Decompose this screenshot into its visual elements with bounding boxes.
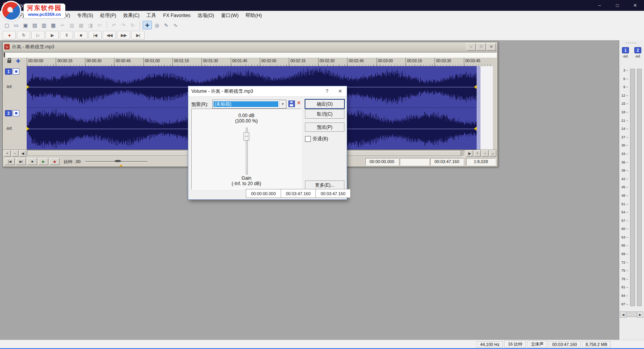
pb-play-icon[interactable]: ▶: [38, 158, 48, 165]
more-button[interactable]: 更多(E)...: [305, 180, 344, 190]
copy-icon[interactable]: ▧: [68, 21, 76, 29]
db-scale-label: 6: [620, 77, 628, 81]
cancel-button[interactable]: 取消(C): [305, 109, 344, 119]
new-file-icon[interactable]: ▢: [3, 21, 11, 29]
menu-window[interactable]: 窗口(W): [218, 11, 242, 20]
save-as-icon[interactable]: ▤: [31, 21, 39, 29]
undo-icon[interactable]: ↶: [110, 21, 118, 29]
meter-scroll-right-button[interactable]: ▶: [637, 312, 643, 318]
pb-go-start-icon[interactable]: |◀: [5, 158, 15, 165]
trim-icon[interactable]: ✄: [95, 21, 104, 29]
scrub-handle-icon[interactable]: ◀◆▶: [114, 159, 121, 163]
lock-icon[interactable]: [7, 60, 11, 63]
db-scale-label: 12: [620, 94, 628, 97]
go-to-end-button[interactable]: ▶|: [131, 31, 145, 39]
minimize-window-button[interactable]: –: [591, 0, 608, 11]
fit-width-button[interactable]: ↔: [489, 150, 496, 157]
loop-end-marker-ch2[interactable]: [474, 127, 477, 131]
dialog-close-button[interactable]: ✕: [334, 86, 347, 96]
scroll-left-button[interactable]: ◀: [19, 150, 26, 157]
envelope-tool-icon[interactable]: ∿: [171, 21, 180, 29]
db-scale-label: 63: [620, 236, 628, 239]
save-icon[interactable]: ▣: [21, 21, 30, 29]
repeat-icon[interactable]: ↻: [128, 21, 137, 29]
maximize-window-button[interactable]: □: [608, 0, 626, 11]
meter-scroll-left-button[interactable]: ◀: [620, 312, 626, 318]
channel-1-menu-button[interactable]: [13, 68, 19, 75]
open-file-icon[interactable]: ▭: [12, 21, 20, 29]
go-to-start-button[interactable]: |◀: [89, 31, 102, 39]
redo-icon[interactable]: ↷: [119, 21, 128, 29]
channel-2-number[interactable]: 2: [5, 110, 12, 116]
overview-bar[interactable]: [3, 52, 497, 58]
menu-fx-favorites[interactable]: FX Favorites: [160, 11, 194, 20]
scrub-slider[interactable]: ◀◆▶: [85, 158, 147, 165]
channel-1-number[interactable]: 1: [5, 68, 12, 75]
db-scale-label: 57: [620, 219, 628, 223]
pb-go-end-icon[interactable]: ▶|: [16, 158, 26, 165]
stop-button[interactable]: ■: [74, 31, 87, 39]
paste-icon[interactable]: ▩: [77, 21, 85, 29]
doc-close-button[interactable]: ✕: [487, 43, 496, 51]
menu-process[interactable]: 处理(P): [97, 11, 120, 20]
preset-combobox[interactable]: (未标题) ▼: [212, 100, 286, 109]
db-scale-label: 48: [620, 194, 628, 197]
magnify-tool-icon[interactable]: ◎: [153, 21, 161, 29]
doc-minimize-button[interactable]: –: [467, 43, 476, 51]
edit-tool-icon[interactable]: ✚: [143, 21, 152, 29]
dialog-help-button[interactable]: ?: [320, 86, 334, 96]
cut-icon[interactable]: ✂: [58, 21, 67, 29]
time-ruler[interactable]: 00:00:0000:00:1500:00:3000:00:4500:01:00…: [27, 58, 493, 66]
save-preset-icon[interactable]: [288, 100, 295, 107]
dialog-titlebar[interactable]: Volume - 许嵩 - 断桥残雪.mp3 ? ✕: [188, 86, 347, 97]
ok-button[interactable]: 确定(O): [305, 99, 344, 109]
file-properties-icon[interactable]: ▦: [49, 21, 58, 29]
loop-start-marker-ch2[interactable]: [27, 127, 29, 131]
zoom-in-button[interactable]: +: [4, 150, 11, 157]
play-all-button[interactable]: ▷: [31, 31, 44, 39]
zoom-ratio-box[interactable]: 1:8,028: [466, 158, 496, 165]
panel-drag-handle[interactable]: ••••••: [619, 41, 644, 45]
end-time-box[interactable]: 00:03:47.160: [430, 158, 463, 165]
toolbar-undo-group: ↶↷↻: [107, 21, 137, 29]
selection-box[interactable]: [400, 158, 429, 165]
rewind-button[interactable]: ◀◀: [103, 31, 116, 39]
menu-options[interactable]: 选项(O): [194, 11, 218, 20]
close-window-button[interactable]: ✕: [626, 0, 644, 11]
ruler-tick-label: 00:02:30: [318, 58, 347, 66]
loop-start-marker-ch1[interactable]: [27, 85, 29, 89]
menu-effects[interactable]: 效果(C): [120, 11, 143, 20]
record-button[interactable]: ●: [3, 31, 16, 39]
menu-tools[interactable]: 工具: [143, 11, 160, 20]
meter-scroll-thumb[interactable]: [626, 312, 637, 317]
scroll-right-button[interactable]: ▶: [466, 150, 473, 157]
mix-icon[interactable]: ◨: [86, 21, 95, 29]
bypass-checkbox[interactable]: [305, 136, 311, 142]
delete-preset-icon[interactable]: ✕: [296, 100, 301, 106]
channel-2-menu-button[interactable]: [13, 110, 19, 116]
combo-dropdown-icon[interactable]: ▼: [279, 100, 286, 108]
loop-end-marker-ch1[interactable]: [474, 85, 477, 89]
cursor-position-box[interactable]: 00:00:00.000: [365, 158, 399, 165]
doc-maximize-button[interactable]: □: [477, 43, 486, 51]
document-icon: ∿: [4, 44, 10, 49]
gain-slider-thumb[interactable]: [244, 132, 249, 141]
document-titlebar[interactable]: ∿ 许嵩 - 断桥残雪.mp3 – □ ✕: [3, 42, 497, 52]
pencil-tool-icon[interactable]: ✎: [162, 21, 170, 29]
forward-button[interactable]: ▶▶: [117, 31, 130, 39]
pause-button[interactable]: Ⅱ: [60, 31, 73, 39]
publish-icon[interactable]: ▥: [40, 21, 48, 29]
pb-record-remote-icon[interactable]: ◆: [49, 158, 60, 165]
play-button[interactable]: ▶: [46, 31, 59, 39]
preview-button[interactable]: 预览(P): [305, 123, 344, 132]
menu-help[interactable]: 帮助(H): [242, 11, 265, 20]
loop-playback-button[interactable]: ↻: [17, 31, 30, 39]
vzoom-in-button[interactable]: +: [474, 150, 481, 157]
menu-special[interactable]: 专用(S): [73, 11, 97, 20]
vzoom-out-button[interactable]: −: [482, 150, 489, 157]
pb-stop-icon[interactable]: ■: [27, 158, 37, 165]
zoom-out-button[interactable]: −: [12, 150, 19, 157]
snap-crosshair-icon[interactable]: ✚: [16, 58, 20, 64]
scrub-marker-icon[interactable]: [119, 163, 123, 167]
app-titlebar: ∿ Sony Sound Forge 9.0 – □ ✕: [0, 0, 644, 11]
